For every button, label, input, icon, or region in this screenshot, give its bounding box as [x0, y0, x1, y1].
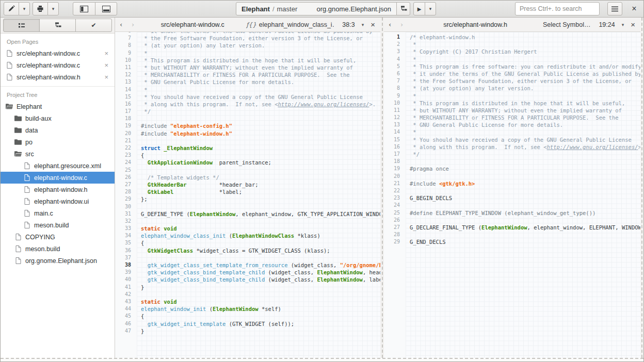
- run-options-caret-button[interactable]: ▾: [425, 2, 436, 15]
- tree-item[interactable]: elephant-window.ui: [1, 195, 115, 207]
- edit-mode-caret-button[interactable]: ▾: [19, 2, 30, 15]
- code-line: [141, 218, 380, 225]
- tree-item[interactable]: COPYING: [1, 231, 115, 243]
- line-number: 8: [384, 85, 406, 92]
- line-number: 18: [115, 115, 137, 122]
- omnibar[interactable]: Elephant / master org.gnome.Elephant.jso…: [236, 2, 397, 15]
- branch-name: master: [277, 5, 298, 13]
- todo-view-button[interactable]: ✔: [75, 19, 112, 32]
- folder-icon: [14, 116, 22, 121]
- code-line: * MERCHANTABILITY or FITNESS FOR A PARTI…: [141, 71, 380, 78]
- bottom-panel-toggle-button[interactable]: [95, 2, 117, 15]
- build-button[interactable]: [33, 2, 48, 15]
- line-number-gutter: 6789101112131415161718192021222324252627…: [115, 32, 137, 358]
- close-page-button[interactable]: ×: [631, 20, 635, 29]
- code-line: GtkHeaderBar *header_bar;: [141, 181, 380, 188]
- close-page-button[interactable]: ×: [371, 20, 375, 29]
- code-line: * Copyright (C) 2017 Christian Hergert: [410, 48, 640, 55]
- page-options-caret-button[interactable]: ▾: [622, 22, 624, 27]
- sidebar: ✔ Open Pages src/elephant-window.c×src/e…: [1, 18, 115, 358]
- tree-item[interactable]: meson.build: [1, 243, 115, 255]
- nav-back-button[interactable]: ‹: [115, 21, 127, 28]
- code-line: #include <gtk/gtk.h>: [410, 180, 640, 187]
- tree-item[interactable]: org.gnome.Elephant.json: [1, 255, 115, 267]
- right-edge-resize-handle[interactable]: [640, 18, 643, 358]
- run-button[interactable]: ▶: [413, 2, 425, 15]
- build-targets-view-button[interactable]: [39, 19, 76, 32]
- tree-item[interactable]: Elephant: [1, 101, 115, 112]
- open-pages-view-button[interactable]: [3, 19, 40, 32]
- code-line: *: [410, 128, 640, 136]
- bottom-panel-resize-handle[interactable]: [1, 358, 643, 361]
- edit-mode-button[interactable]: [4, 2, 19, 15]
- tree-item[interactable]: build-aux: [1, 112, 115, 124]
- branch-separator: /: [272, 5, 275, 13]
- symbol-selector-button[interactable]: Select Symbol…: [543, 21, 590, 28]
- page-options-caret-button[interactable]: ▾: [362, 22, 364, 27]
- close-page-button[interactable]: ×: [103, 73, 110, 81]
- code-line: * This program is distributed in the hop…: [410, 100, 640, 107]
- document-icon: [14, 245, 22, 252]
- line-number: 3: [384, 48, 406, 55]
- tree-item[interactable]: data: [1, 124, 115, 136]
- symbol-selector-button[interactable]: ƒ{} elephant_window_class_i…: [246, 21, 334, 28]
- code-line: #define ELEPHANT_TYPE_WINDOW (elephant_w…: [410, 209, 640, 217]
- pane-header-left: ‹ › src/elephant-window.c ƒ{} elephant_w…: [115, 18, 380, 32]
- line-number: 36: [115, 247, 137, 254]
- line-number: 19: [384, 165, 406, 172]
- code-area[interactable]: /* elephant-window.h * * Copyright (C) 2…: [406, 32, 640, 358]
- tree-item-label: meson.build: [34, 222, 69, 229]
- code-editor-left[interactable]: 6789101112131415161718192021222324252627…: [115, 32, 380, 358]
- tree-item[interactable]: elephant-window.h: [1, 184, 115, 195]
- folder-icon: [14, 139, 22, 145]
- project-name: Elephant: [242, 5, 270, 13]
- code-line: gtk_widget_class_bind_template_child (wi…: [141, 276, 380, 283]
- code-line: * (at your option) any later version.: [141, 42, 380, 49]
- line-number: 17: [115, 108, 137, 115]
- line-number: 43: [115, 298, 137, 305]
- line-number: 25: [384, 209, 406, 217]
- left-panel-toggle-button[interactable]: [73, 2, 95, 15]
- global-search-input[interactable]: [515, 2, 600, 15]
- editor-pane-right: ‹ › src/elephant-window.h Select Symbol……: [384, 18, 640, 358]
- line-number: 29: [115, 195, 137, 203]
- document-icon: [23, 174, 30, 181]
- tree-item[interactable]: elephant-window.c: [1, 172, 115, 184]
- nav-back-button[interactable]: ‹: [384, 21, 396, 28]
- pane-resize-handle[interactable]: [380, 18, 384, 358]
- code-editor-right[interactable]: 1234567891011121314151617181920212223242…: [384, 32, 640, 358]
- line-number: 35: [115, 239, 137, 246]
- nav-forward-button[interactable]: ›: [396, 21, 408, 28]
- menu-button[interactable]: [607, 2, 622, 15]
- left-panel-icon: [80, 6, 88, 12]
- code-area[interactable]: * it under the terms of the GNU General …: [137, 32, 380, 358]
- tree-item[interactable]: po: [1, 136, 115, 148]
- build-pipeline-button[interactable]: [396, 2, 410, 15]
- nav-forward-button[interactable]: ›: [127, 21, 139, 28]
- tree-item-label: src: [25, 151, 34, 158]
- line-number: 24: [115, 159, 137, 166]
- build-caret-button[interactable]: ▾: [47, 2, 59, 15]
- tree-item[interactable]: src: [1, 148, 115, 160]
- code-line: {: [141, 312, 380, 320]
- tree-item[interactable]: meson.build: [1, 219, 115, 231]
- tree-item-label: build-aux: [25, 115, 52, 122]
- folder-icon: [14, 127, 22, 133]
- code-line: [410, 158, 640, 165]
- pane-header-right: ‹ › src/elephant-window.h Select Symbol……: [384, 18, 640, 32]
- code-line: *: [141, 50, 380, 57]
- symbol-label: Select Symbol…: [543, 21, 590, 28]
- window-close-button[interactable]: ×: [627, 2, 641, 15]
- code-line: * along with this program. If not, see <…: [410, 143, 640, 151]
- close-page-button[interactable]: ×: [103, 61, 110, 69]
- code-line: G_BEGIN_DECLS: [410, 194, 640, 202]
- open-page-item[interactable]: src/elephant-window.h×: [1, 71, 115, 83]
- code-line: * it under the terms of the GNU General …: [410, 70, 640, 77]
- line-number: 28: [115, 188, 137, 195]
- close-page-button[interactable]: ×: [103, 50, 110, 57]
- tree-item[interactable]: elephant.gresource.xml: [1, 160, 115, 172]
- open-page-item[interactable]: src/elephant-window.c×: [1, 47, 115, 59]
- open-page-item[interactable]: src/elephant-window.c×: [1, 59, 115, 71]
- code-line: }: [141, 284, 380, 291]
- tree-item[interactable]: main.c: [1, 207, 115, 219]
